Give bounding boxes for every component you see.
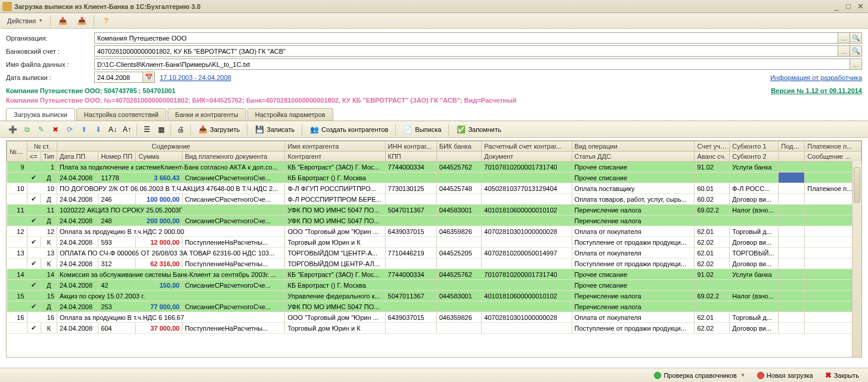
table-row[interactable]: ✔Д24.04.2008246100 000,00СписаниеСРасчет…: [7, 194, 861, 205]
file-label: Имя файла данных :: [6, 61, 94, 68]
remember-button[interactable]: ✅Запомнить: [452, 123, 505, 136]
tab-banks[interactable]: Банки и контрагенты: [168, 108, 246, 121]
list-icon[interactable]: ☰: [140, 123, 153, 136]
account-info-line: Компания Путешествие ООО; №=407028100000…: [0, 96, 868, 107]
tab-bar: Загрузка выписки Настройка соответствий …: [0, 108, 868, 121]
tab-load[interactable]: Загрузка выписки: [6, 108, 75, 121]
org-input[interactable]: [94, 32, 838, 44]
file-picker[interactable]: …: [850, 58, 862, 70]
form-area: Организация: … 🔍 Банковский счет : … 🔍 И…: [0, 29, 868, 86]
titlebar: Загрузка выписки из Клиент-Банка в 1С:Бу…: [0, 0, 868, 13]
developer-info-link[interactable]: Информация от разработчика: [770, 74, 862, 81]
help-icon[interactable]: ?: [98, 15, 114, 27]
statement-button[interactable]: 📄Выписка: [399, 123, 445, 136]
sort-asc-icon[interactable]: A↓: [106, 123, 119, 136]
edit-icon[interactable]: ✎: [35, 123, 48, 136]
table-row[interactable]: ✔Д24.04.200842150,00СписаниеСРасчетногоС…: [7, 280, 861, 291]
print-icon[interactable]: 🖨: [174, 123, 187, 136]
delete-icon[interactable]: ✖: [49, 123, 62, 136]
account-input[interactable]: [94, 45, 838, 57]
table-row[interactable]: 1414Комиссия за обслуживание системы Бан…: [7, 269, 861, 280]
minimize-button[interactable]: _: [831, 2, 842, 11]
org-picker[interactable]: …: [838, 32, 850, 44]
data-grid[interactable]: № п/п № ст. Содержание Имя контрагента И…: [6, 140, 862, 358]
table-row[interactable]: ✔Д24.04.2008248200 000,00СписаниеСРасчет…: [7, 215, 861, 226]
export-icon[interactable]: 📤: [54, 15, 71, 27]
tab-params[interactable]: Настройка параметров: [247, 108, 333, 121]
file-input[interactable]: [94, 58, 850, 70]
close-button[interactable]: ✕: [855, 2, 866, 11]
copy-icon[interactable]: ⧉: [20, 123, 33, 136]
date-label: Дата выписки :: [6, 74, 94, 81]
maximize-button[interactable]: □: [843, 2, 854, 11]
create-contragents-button[interactable]: 👥Создать контрагентов: [305, 123, 392, 136]
period-link[interactable]: 17.10.2003 - 24.04.2008: [160, 74, 231, 81]
sort-desc-icon[interactable]: A↑: [120, 123, 134, 136]
table-row[interactable]: ✔Д24.04.2008117783 660,43СписаниеСРасчет…: [7, 172, 861, 183]
action-bar: Действия▼ 📤 📥 ?: [0, 13, 868, 29]
load-button[interactable]: 📥Загрузить: [194, 123, 244, 136]
actions-menu[interactable]: Действия▼: [4, 16, 46, 26]
grid-header[interactable]: № п/п № ст. Содержание Имя контрагента И…: [7, 141, 861, 162]
org-search-icon[interactable]: 🔍: [850, 32, 862, 44]
app-icon: [2, 2, 12, 11]
import-icon[interactable]: 📥: [73, 15, 90, 27]
table-row[interactable]: 1515Акциз по сроку 15.07.2003 г.Управлен…: [7, 291, 861, 301]
account-label: Банковский счет :: [6, 48, 94, 55]
table-row[interactable]: ✔К24.04.200860437 000,00ПоступлениеНаРас…: [7, 323, 861, 334]
table-row[interactable]: ✔К24.04.200831262 316,00ПоступлениеНаРас…: [7, 258, 861, 269]
version-link[interactable]: Версия № 1.12 от 09.11.2014: [771, 87, 862, 94]
table-row[interactable]: 91Плата за подключение к системеКлиент-Б…: [7, 162, 861, 172]
date-calendar-icon[interactable]: 📅: [143, 72, 155, 83]
account-picker[interactable]: …: [838, 45, 850, 57]
move-up-icon[interactable]: ⬆: [78, 123, 91, 136]
table-row[interactable]: 1313ОПЛАТА ПО СЧ-Ф 000065 ОТ 26/08/03 ЗА…: [7, 248, 861, 258]
window-title: Загрузка выписки из Клиент-Банка в 1С:Бу…: [14, 3, 831, 10]
tab-mapping[interactable]: Настройка соответствий: [76, 108, 166, 121]
table-row[interactable]: 1010ПО ДОГОВОРУ 2/К ОТ 06.06.2003 В Т.Ч.…: [7, 183, 861, 194]
org-info-line: Компания Путешествие ООО; 504743785 ; 50…: [0, 86, 868, 96]
grid-toolbar: ➕ ⧉ ✎ ✖ ⟳ ⬆ ⬇ A↓ A↑ ☰ ▦ 🖨 📥Загрузить 💾За…: [0, 121, 868, 138]
add-icon[interactable]: ➕: [6, 123, 19, 136]
move-down-icon[interactable]: ⬇: [92, 123, 105, 136]
refresh-icon[interactable]: ⟳: [63, 123, 76, 136]
grid-icon[interactable]: ▦: [154, 123, 168, 136]
table-row[interactable]: ✔К24.04.200859312 000,00ПоступлениеНаРас…: [7, 237, 861, 248]
table-row[interactable]: ✔Д24.04.200825377 000,00СписаниеСРасчетн…: [7, 301, 861, 312]
table-row[interactable]: 1616Оплата за продукцию В т.ч.НДС 6 166.…: [7, 312, 861, 323]
date-input[interactable]: [94, 72, 143, 83]
vertical-scrollbar[interactable]: [852, 161, 861, 357]
org-label: Организация:: [6, 35, 94, 42]
table-row[interactable]: 1212Оплата за продукцию В т.ч.НДС 2 000.…: [7, 226, 861, 237]
account-search-icon[interactable]: 🔍: [850, 45, 862, 57]
table-row[interactable]: 11111020222 АКЦИЗ ПО СРОКУ 25.05.2003ГУФ…: [7, 205, 861, 215]
save-button[interactable]: 💾Записать: [250, 123, 299, 136]
